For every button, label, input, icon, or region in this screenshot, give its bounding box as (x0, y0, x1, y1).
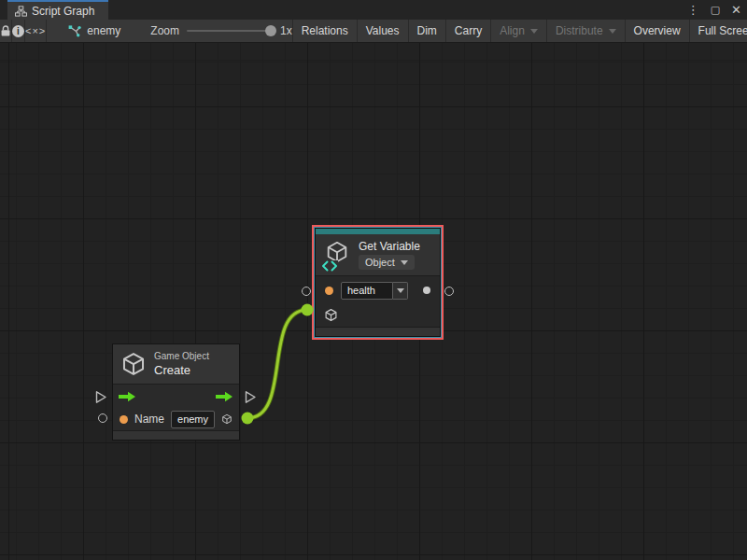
scope-value: Object (365, 257, 395, 268)
graph-hierarchy-icon (15, 6, 27, 17)
variable-chevrons-icon (321, 260, 338, 272)
inspect-button[interactable]: i (12, 20, 25, 42)
info-glyph: i (17, 26, 20, 36)
flow-output-arrow-icon[interactable] (216, 391, 233, 402)
lock-button[interactable] (0, 20, 12, 42)
node-supertitle: Game Object (154, 351, 209, 361)
name-input-connection-port[interactable] (98, 413, 107, 423)
window-controls: ⋮ ▢ ✕ (687, 0, 741, 20)
graph-toolbar: i <×> enemy Zoom 1x Relations Values (0, 20, 747, 43)
name-port-label: Name (134, 413, 164, 426)
zoom-label: Zoom (150, 24, 179, 37)
carry-label: Carry (455, 24, 482, 37)
lock-icon (0, 25, 11, 37)
chevron-down-icon (401, 260, 408, 265)
dim-button[interactable]: Dim (408, 20, 445, 42)
variable-name-connection-port[interactable] (302, 287, 311, 296)
chevron-down-icon (397, 288, 404, 293)
script-graph-window: Script Graph ⋮ ▢ ✕ i <×> (0, 0, 747, 560)
zoom-slider[interactable] (187, 30, 273, 32)
align-label: Align (500, 24, 525, 37)
overview-button[interactable]: Overview (625, 20, 689, 42)
zoom-value: 1x (280, 24, 292, 37)
tab-title: Script Graph (32, 5, 94, 18)
node-footer (113, 430, 239, 440)
relations-label: Relations (302, 24, 348, 37)
distribute-label: Distribute (556, 24, 603, 37)
variable-name-field[interactable]: health (341, 282, 393, 300)
code-icon: <×> (25, 25, 46, 36)
game-object-cube-icon (120, 351, 147, 377)
variable-name-combo[interactable]: health (341, 282, 408, 300)
tab-script-graph[interactable]: Script Graph (7, 0, 108, 20)
variable-scope-dropdown[interactable]: Object (359, 255, 415, 270)
carry-button[interactable]: Carry (445, 20, 490, 42)
variable-name-port-icon[interactable] (325, 287, 333, 295)
node-game-object-create[interactable]: Game Object Create (112, 343, 240, 441)
string-input-port-icon[interactable] (120, 415, 128, 424)
fullscreen-button[interactable]: Full Screen (689, 20, 747, 42)
name-input-field[interactable]: enemy (171, 411, 215, 428)
toolbar-buttons: Relations Values Dim Carry Align Distrib… (292, 20, 747, 42)
breadcrumb[interactable]: enemy (67, 20, 120, 42)
relations-button[interactable]: Relations (292, 20, 357, 42)
zoom-control: Zoom 1x (150, 20, 291, 42)
more-menu-icon[interactable]: ⋮ (687, 4, 699, 16)
graph-canvas[interactable]: Game Object Create (0, 43, 747, 560)
overview-label: Overview (634, 24, 681, 37)
align-dropdown[interactable]: Align (490, 20, 546, 42)
zoom-slider-handle[interactable] (265, 25, 276, 36)
object-input-port-icon[interactable] (324, 308, 338, 322)
control-output-port[interactable] (245, 390, 257, 404)
value-output-connection-port[interactable] (444, 287, 454, 296)
close-icon[interactable]: ✕ (731, 4, 741, 16)
code-preview-button[interactable]: <×> (25, 20, 47, 42)
value-output-port-icon[interactable] (423, 287, 430, 294)
info-icon: i (12, 25, 24, 37)
connected-port-target[interactable] (302, 304, 314, 316)
node-footer (316, 327, 440, 336)
distribute-dropdown[interactable]: Distribute (546, 20, 625, 42)
node-get-variable[interactable]: Get Variable Object health (312, 225, 444, 340)
values-button[interactable]: Values (357, 20, 408, 42)
node-title: Get Variable (359, 240, 420, 253)
get-variable-icon (323, 240, 351, 270)
title-bar: Script Graph ⋮ ▢ ✕ (0, 0, 747, 20)
flow-input-arrow-icon[interactable] (119, 391, 136, 402)
values-label: Values (366, 24, 400, 37)
script-graph-asset-icon (67, 24, 81, 37)
node-title: Create (154, 363, 209, 377)
dim-label: Dim (417, 24, 437, 37)
fullscreen-label: Full Screen (698, 24, 747, 37)
control-input-port[interactable] (95, 390, 107, 404)
maximize-icon[interactable]: ▢ (711, 5, 720, 15)
connected-port-source[interactable] (242, 413, 254, 425)
breadcrumb-graph-name: enemy (87, 24, 120, 37)
gameobject-output-port-icon[interactable] (221, 412, 233, 427)
variable-name-dropdown-button[interactable] (393, 282, 408, 300)
